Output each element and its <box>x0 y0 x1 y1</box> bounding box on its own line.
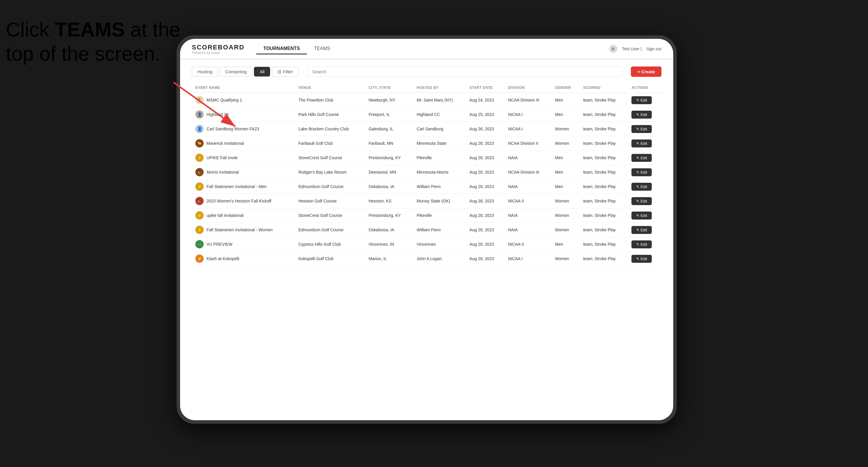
filter-button[interactable]: ⊟ Filter <box>272 67 298 77</box>
edit-button[interactable]: ✎ Edit <box>631 125 652 133</box>
cell-city-state: Faribault, MN <box>365 136 413 151</box>
cell-venue: Faribault Golf Club <box>295 136 365 151</box>
cell-gender: Women <box>551 252 580 266</box>
event-name-text: VU PREVIEW <box>207 242 232 247</box>
edit-button[interactable]: ✎ Edit <box>631 212 652 220</box>
cell-hosted-by: Highland CC <box>413 107 466 122</box>
nav-tab-teams[interactable]: TEAMS <box>307 43 337 55</box>
cell-city-state: Oskaloosa, IA <box>365 223 413 237</box>
cell-gender: Women <box>551 136 580 151</box>
cell-actions: ✎ Edit <box>628 223 661 237</box>
cell-hosted-by: William Penn <box>413 180 466 194</box>
all-tab[interactable]: All <box>254 67 270 76</box>
cell-actions: ✎ Edit <box>628 122 661 136</box>
cell-actions: ✎ Edit <box>628 165 661 180</box>
edit-button[interactable]: ✎ Edit <box>631 183 652 191</box>
app-header: SCOREBOARD Powered by clippt TOURNAMENTS… <box>180 39 673 59</box>
edit-button[interactable]: ✎ Edit <box>631 139 652 148</box>
table-row: ⚡ Fall Statesmen Invitational - Women Ed… <box>192 223 661 237</box>
cell-venue: Edmundson Golf Course <box>295 180 365 194</box>
event-name-text: Fall Statesmen Invitational - Men <box>207 184 267 189</box>
edit-button[interactable]: ✎ Edit <box>631 197 652 205</box>
hosting-tab[interactable]: Hosting <box>192 67 218 76</box>
cell-event-name: ⚡ Fall Statesmen Invitational - Women <box>192 223 295 237</box>
edit-button[interactable]: ✎ Edit <box>631 255 652 263</box>
col-hosted-by: HOSTED BY <box>413 83 466 93</box>
cell-scoring: team, Stroke Play <box>580 165 628 180</box>
cell-scoring: team, Stroke Play <box>580 252 628 266</box>
edit-button[interactable]: ✎ Edit <box>631 241 652 248</box>
create-button[interactable]: + Create <box>631 66 661 77</box>
cell-actions: ✎ Edit <box>628 151 661 165</box>
table-row: 👤 Highland 36 Park Hills Golf Course Fre… <box>192 107 661 122</box>
cell-venue: StoneCrest Golf Course <box>295 151 365 165</box>
event-name-text: Maverick Invitational <box>207 141 244 146</box>
event-icon: 👤 <box>195 125 204 133</box>
cell-event-name: ⚡ Fall Statesmen Invitational - Men <box>192 180 295 194</box>
event-icon: ⚡ <box>195 226 204 234</box>
search-input[interactable] <box>307 66 622 77</box>
cell-start-date: Aug 28, 2023 <box>466 136 505 151</box>
table-row: 🌿 VU PREVIEW Cypress Hills Golf Club Vin… <box>192 237 661 252</box>
cell-division: NAIA <box>505 180 552 194</box>
edit-button[interactable]: ✎ Edit <box>631 168 652 176</box>
event-name-text: 2023 Women's Hesston Fall Kickoff <box>207 199 271 203</box>
edit-button[interactable]: ✎ Edit <box>631 96 652 104</box>
sign-out-link[interactable]: Sign out <box>646 46 661 51</box>
cell-start-date: Aug 28, 2023 <box>466 165 505 180</box>
cell-hosted-by: Pikeville <box>413 208 466 223</box>
col-gender: GENDER <box>551 83 580 93</box>
event-icon: ⚡ <box>195 154 204 162</box>
logo-subtitle: Powered by clippt <box>192 51 245 55</box>
cell-city-state: Vincennes, IN <box>365 237 413 252</box>
edit-button[interactable]: ✎ Edit <box>631 154 652 162</box>
cell-start-date: Aug 28, 2023 <box>466 151 505 165</box>
cell-actions: ✎ Edit <box>628 252 661 266</box>
table-row: 🦅 Morris Invitational Ruttger's Bay Lake… <box>192 165 661 180</box>
table-row: 🦅 2023 Women's Hesston Fall Kickoff Hess… <box>192 194 661 208</box>
cell-venue: Hesston Golf Course <box>295 194 365 208</box>
cell-event-name: ⚡ Klash at Kokopelli <box>192 252 295 266</box>
cell-actions: ✎ Edit <box>628 237 661 252</box>
cell-actions: ✎ Edit <box>628 136 661 151</box>
cell-division: NICAA II <box>505 237 552 252</box>
cell-event-name: 🏌 MSMC Qualifying 1 <box>192 93 295 107</box>
cell-event-name: 🌿 VU PREVIEW <box>192 237 295 252</box>
cell-venue: Lake Bracken Country Club <box>295 122 365 136</box>
nav-tab-tournaments[interactable]: TOURNAMENTS <box>256 43 307 55</box>
event-icon: 🐎 <box>195 139 204 148</box>
table-container: EVENT NAME VENUE CITY, STATE HOSTED BY S… <box>192 83 661 413</box>
cell-start-date: Aug 28, 2023 <box>466 208 505 223</box>
header-right: ⚙ Test User | Sign out <box>609 45 661 53</box>
cell-gender: Women <box>551 223 580 237</box>
settings-icon[interactable]: ⚙ <box>609 45 617 53</box>
cell-actions: ✎ Edit <box>628 208 661 223</box>
header-left: SCOREBOARD Powered by clippt TOURNAMENTS… <box>192 43 337 55</box>
cell-division: NICAA II <box>505 194 552 208</box>
event-icon: 🌿 <box>195 240 204 248</box>
competing-tab[interactable]: Competing <box>220 67 252 76</box>
cell-start-date: Aug 28, 2023 <box>466 194 505 208</box>
table-header: EVENT NAME VENUE CITY, STATE HOSTED BY S… <box>192 83 661 93</box>
event-name-text: Carl Sandburg Women FA23 <box>207 127 259 131</box>
cell-hosted-by: Vincennes <box>413 237 466 252</box>
col-scoring: SCORING <box>580 83 628 93</box>
cell-division: NCAA Division III <box>505 165 552 180</box>
cell-division: NAIA <box>505 151 552 165</box>
cell-start-date: Aug 24, 2023 <box>466 93 505 107</box>
edit-button[interactable]: ✎ Edit <box>631 111 652 119</box>
cell-scoring: team, Stroke Play <box>580 237 628 252</box>
cell-scoring: team, Stroke Play <box>580 194 628 208</box>
cell-division: NAIA <box>505 223 552 237</box>
cell-city-state: Prestonsburg, KY <box>365 208 413 223</box>
cell-event-name: 👤 Carl Sandburg Women FA23 <box>192 122 295 136</box>
filter-tabs: Hosting Competing All ⊟ Filter <box>192 67 298 77</box>
cell-city-state: Oskaloosa, IA <box>365 180 413 194</box>
instruction-text: Click TEAMS at the top of the screen. <box>6 18 182 66</box>
cell-scoring: team, Stroke Play <box>580 180 628 194</box>
edit-button[interactable]: ✎ Edit <box>631 226 652 234</box>
event-icon: ⚡ <box>195 254 204 263</box>
cell-gender: Men <box>551 237 580 252</box>
cell-hosted-by: Pikeville <box>413 151 466 165</box>
cell-venue: Ruttger's Bay Lake Resort <box>295 165 365 180</box>
